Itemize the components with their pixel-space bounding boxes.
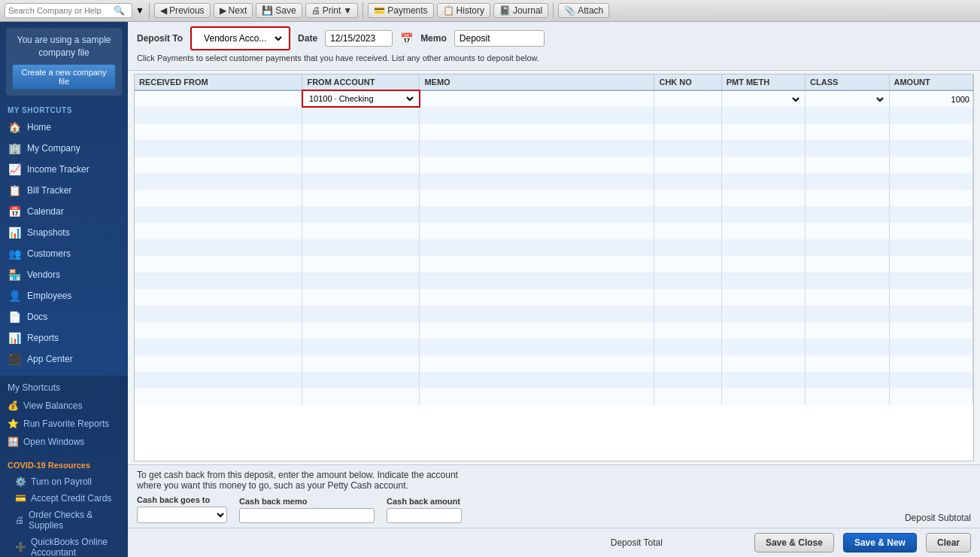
content-area: Deposit To Vendors Acco... Date 📅 Memo C… [128,22,980,557]
dropdown-icon[interactable]: ▼ [135,5,144,16]
sidebar-item-appcenter[interactable]: ⬛ App Center [0,349,128,370]
cell-amount[interactable] [889,90,972,107]
cash-back-memo-input[interactable] [239,508,375,523]
save-close-button[interactable]: Save & Close [754,533,834,552]
previous-button[interactable]: ◀ Previous [154,3,211,18]
table-row [135,123,973,140]
history-button[interactable]: 📋 History [437,3,490,18]
sidebar-item-label: Calendar [27,206,64,217]
cell-memo[interactable] [420,90,654,107]
sidebar-item-vendors[interactable]: 🏪 Vendors [0,264,128,285]
from-account-select[interactable]: 10100 · Checking [306,93,416,104]
class-select[interactable] [809,94,885,105]
table-row [135,157,973,173]
print-button[interactable]: 🖨 Print ▼ [305,3,359,18]
sidebar-view-balances[interactable]: 💰 View Balances [0,397,128,415]
sidebar-item-label: Reports [27,333,59,343]
save-button[interactable]: 💾 Save [256,3,302,18]
covid-accountant[interactable]: ➕ QuickBooks Online Accountant [0,534,128,557]
snapshots-icon: 📊 [8,227,21,239]
sidebar-item-customers[interactable]: 👥 Customers [0,243,128,264]
sidebar-item-docs[interactable]: 📄 Docs [0,306,128,327]
deposit-to-select[interactable]: Vendors Acco... [196,30,284,47]
journal-icon: 📓 [499,5,511,16]
print-dropdown-icon[interactable]: ▼ [343,5,352,16]
table-row [135,173,973,190]
income-icon: 📈 [8,163,21,175]
calendar-picker-icon[interactable]: 📅 [400,32,413,44]
customers-icon: 👥 [8,248,21,260]
sidebar-item-bill-tracker[interactable]: 📋 Bill Tracker [0,180,128,201]
vendors-icon: 🏪 [8,269,21,281]
form-row: Deposit To Vendors Acco... Date 📅 Memo [137,26,971,50]
table-row [135,107,973,123]
credit-icon: 💳 [15,493,26,504]
table-header-row: RECEIVED FROM FROM ACCOUNT MEMO CHK NO P… [135,75,973,90]
col-memo: MEMO [420,75,654,90]
next-icon: ▶ [220,5,226,16]
table-row [135,190,973,206]
sidebar-item-employees[interactable]: 👤 Employees [0,285,128,306]
cell-pmt-meth[interactable] [721,90,805,107]
sidebar-item-income-tracker[interactable]: 📈 Income Tracker [0,159,128,180]
table-row [135,289,973,306]
cash-back-goes-to-select[interactable] [137,507,227,523]
search-input[interactable] [8,6,114,15]
col-received-from: RECEIVED FROM [135,75,302,90]
search-box[interactable]: 🔍 [5,3,132,18]
table-row [135,372,973,388]
journal-button[interactable]: 📓 Journal [493,3,548,18]
covid-payroll[interactable]: ⚙️ Turn on Payroll [0,473,128,490]
sidebar-item-mycompany[interactable]: 🏢 My Company [0,138,128,159]
separator [149,2,150,19]
open-windows-icon: 🪟 [8,437,19,447]
sidebar-bottom: My Shortcuts 💰 View Balances ⭐ Run Favor… [0,376,128,454]
table-row [135,256,973,272]
covid-checks[interactable]: 🖨 Order Checks & Supplies [0,507,128,534]
sidebar-run-reports[interactable]: ⭐ Run Favorite Reports [0,415,128,433]
cell-received-from[interactable] [135,90,302,107]
col-class: CLASS [806,75,889,90]
covid-credit[interactable]: 💳 Accept Credit Cards [0,490,128,507]
table-row [135,322,973,339]
reports-icon: 📊 [8,332,21,344]
employees-icon: 👤 [8,290,21,302]
attach-button[interactable]: 📎 Attach [558,3,609,18]
create-company-button[interactable]: Create a new company file [12,64,116,90]
payments-button[interactable]: 💳 Payments [368,3,433,18]
deposit-to-label: Deposit To [137,33,183,44]
deposit-total-label: Deposit Total [611,537,663,548]
print-icon: 🖨 [311,5,320,16]
table-row [135,339,973,355]
cash-back-amount-input[interactable] [387,508,462,523]
sidebar-item-calendar[interactable]: 📅 Calendar [0,201,128,222]
cash-back-section: To get cash back from this deposit, ente… [128,464,980,528]
table-row [135,355,973,372]
table-row [135,206,973,223]
sidebar-item-label: Docs [27,312,47,322]
cell-chk-no[interactable] [654,90,721,107]
deposit-to-field[interactable]: Vendors Acco... [190,26,290,50]
cell-from-account[interactable]: 10100 · Checking [302,90,420,107]
table-row [135,272,973,289]
clear-button[interactable]: Clear [926,533,971,552]
sidebar-shortcuts-toggle[interactable]: My Shortcuts [0,379,128,397]
sidebar-item-home[interactable]: 🏠 Home [0,117,128,138]
sidebar-open-windows[interactable]: 🪟 Open Windows [0,433,128,451]
date-input[interactable] [325,30,393,47]
attach-icon: 📎 [564,5,575,16]
accountant-icon: ➕ [15,542,26,552]
pmt-meth-select[interactable] [725,94,802,105]
table-row [135,388,973,405]
memo-input[interactable] [454,30,545,47]
sidebar-item-snapshots[interactable]: 📊 Snapshots [0,222,128,243]
history-icon: 📋 [443,5,454,16]
sidebar-item-reports[interactable]: 📊 Reports [0,327,128,349]
col-chk-no: CHK NO [654,75,721,90]
save-new-button[interactable]: Save & New [843,533,917,552]
company-icon: 🏢 [8,142,21,154]
cell-class[interactable] [806,90,889,107]
covid-link[interactable]: COVID-19 Resources [0,457,128,473]
table-row [135,223,973,239]
next-button[interactable]: ▶ Next [214,3,253,18]
